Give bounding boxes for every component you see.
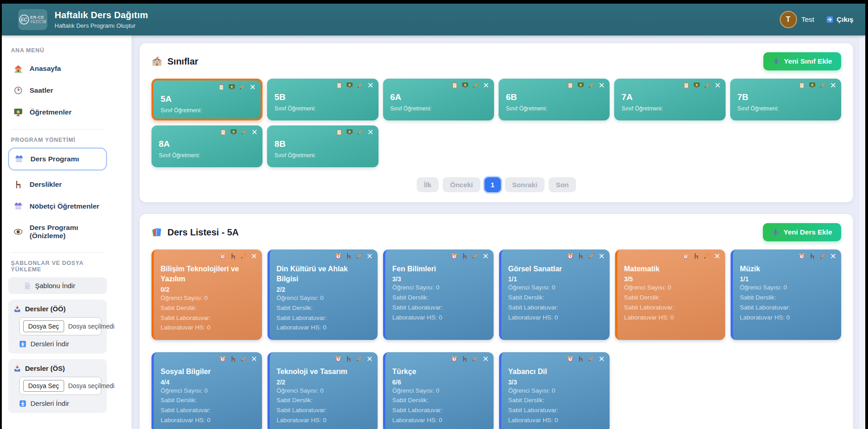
alarm-icon[interactable] [451,355,458,362]
close-icon[interactable] [483,82,490,89]
add-course-button[interactable]: Yeni Ders Ekle [763,223,841,241]
alarm-icon[interactable] [567,355,574,362]
teacher-icon[interactable] [577,82,584,89]
add-class-button[interactable]: Yeni Sınıf Ekle [763,52,841,70]
close-icon[interactable] [598,253,605,259]
clipboard-icon[interactable] [567,82,574,89]
sidebar-item[interactable]: Ders Programı [8,148,107,170]
close-icon[interactable] [482,253,489,259]
clipboard-icon[interactable] [220,129,227,135]
pencil-icon[interactable] [472,355,479,362]
chair-icon[interactable] [577,355,584,362]
clipboard-icon[interactable] [336,82,343,89]
class-card[interactable]: 8B Sınıf Öğretmeni: [267,125,378,167]
course-card[interactable]: Matematik 3/5 Öğrenci Sayısı: 0 Sabit De… [615,249,726,340]
pencil-icon[interactable] [356,355,363,362]
pencil-icon[interactable] [588,253,595,259]
alarm-icon[interactable] [451,253,458,259]
class-card[interactable]: 5A Sınıf Öğretmeni: [151,79,262,120]
chair-icon[interactable] [461,253,468,259]
class-card[interactable]: 6A Sınıf Öğretmeni: [383,79,494,120]
pagination-last[interactable]: Son [549,177,576,192]
alarm-icon[interactable] [567,253,574,259]
alarm-icon[interactable] [682,253,689,259]
close-icon[interactable] [714,82,721,89]
close-icon[interactable] [251,129,258,135]
chair-icon[interactable] [461,355,468,362]
clipboard-icon[interactable] [798,82,805,89]
pagination-first[interactable]: İlk [417,177,439,192]
pencil-icon[interactable] [240,253,247,259]
pencil-icon[interactable] [703,253,710,259]
teacher-icon[interactable] [809,82,816,89]
clipboard-icon[interactable] [336,129,343,135]
clipboard-icon[interactable] [683,82,690,89]
close-icon[interactable] [367,82,374,89]
course-card[interactable]: Türkçe 6/6 Öğrenci Sayısı: 0 Sabit Dersl… [383,352,494,429]
close-icon[interactable] [367,129,374,135]
sidebar-item[interactable]: Ders Programı (Önizleme) [8,218,107,246]
sidebar-item[interactable]: Öğretmenler [8,102,107,123]
pagination-prev[interactable]: Önceki [443,177,480,192]
file-input[interactable]: Dosya Seç Dosya seçilmedi [19,317,101,335]
chair-icon[interactable] [809,253,816,259]
close-icon[interactable] [830,82,837,89]
class-card[interactable]: 5B Sınıf Öğretmeni: [267,79,378,120]
sidebar-item[interactable]: Saatler [8,80,107,101]
pencil-icon[interactable] [240,355,247,362]
pencil-icon[interactable] [357,82,363,89]
pagination-page-1[interactable]: 1 [484,177,501,192]
teacher-icon[interactable] [228,84,235,90]
alarm-icon[interactable] [798,253,805,259]
pencil-icon[interactable] [472,253,479,259]
download-courses-link[interactable]: Dersleri İndir [19,399,101,407]
chair-icon[interactable] [230,355,237,362]
course-card[interactable]: Fen Bilimleri 3/3 Öğrenci Sayısı: 0 Sabi… [383,249,494,340]
teacher-icon[interactable] [346,82,353,89]
course-card[interactable]: Teknoloji ve Tasarım 2/2 Öğrenci Sayısı:… [267,352,378,429]
sidebar-item[interactable]: Derslikler [8,174,107,195]
course-card[interactable]: Bilişim Teknolojileri ve Yazılım 0/2 Öğr… [151,249,262,340]
pencil-icon[interactable] [819,253,826,259]
alarm-icon[interactable] [335,253,342,259]
close-icon[interactable] [714,253,721,259]
pencil-icon[interactable] [472,82,479,89]
close-icon[interactable] [830,253,837,259]
close-icon[interactable] [366,355,373,362]
teacher-icon[interactable] [346,129,353,135]
teacher-icon[interactable] [462,82,469,89]
file-select-button[interactable]: Dosya Seç [23,320,64,332]
chair-icon[interactable] [693,253,700,259]
close-icon[interactable] [366,253,373,259]
sidebar-item[interactable]: Anasayfa [8,58,107,79]
pencil-icon[interactable] [356,253,363,259]
class-card[interactable]: 7B Sınıf Öğretmeni: [730,79,841,120]
alarm-icon[interactable] [335,355,342,362]
course-card[interactable]: Görsel Sanatlar 1/1 Öğrenci Sayısı: 0 Sa… [499,249,610,340]
alarm-icon[interactable] [219,355,226,362]
close-icon[interactable] [598,355,605,362]
teacher-icon[interactable] [693,82,700,89]
pencil-icon[interactable] [357,129,363,135]
pencil-icon[interactable] [588,355,595,362]
course-card[interactable]: Müzik 1/1 Öğrenci Sayısı: 0 Sabit Dersli… [731,249,841,340]
clipboard-icon[interactable] [218,84,225,90]
chair-icon[interactable] [345,355,352,362]
download-courses-link[interactable]: Dersleri İndir [19,340,101,348]
close-icon[interactable] [251,253,257,259]
file-select-button[interactable]: Dosya Seç [23,380,64,392]
pencil-icon[interactable] [239,84,246,90]
chair-icon[interactable] [230,253,237,259]
close-icon[interactable] [249,84,256,90]
clipboard-icon[interactable] [451,82,458,89]
class-card[interactable]: 7A Sınıf Öğretmeni: [614,79,725,120]
chair-icon[interactable] [345,253,352,259]
scrollbar[interactable] [858,35,865,429]
class-card[interactable]: 8A Sınıf Öğretmeni: [151,125,262,167]
logout-button[interactable]: Çıkış [826,15,853,24]
close-icon[interactable] [251,355,257,362]
pencil-icon[interactable] [704,82,711,89]
pencil-icon[interactable] [819,82,826,89]
course-card[interactable]: Sosyal Bilgiler 4/4 Öğrenci Sayısı: 0 Sa… [151,352,262,429]
sidebar-item[interactable]: Nöbetçi Öğretmenler [8,196,107,217]
